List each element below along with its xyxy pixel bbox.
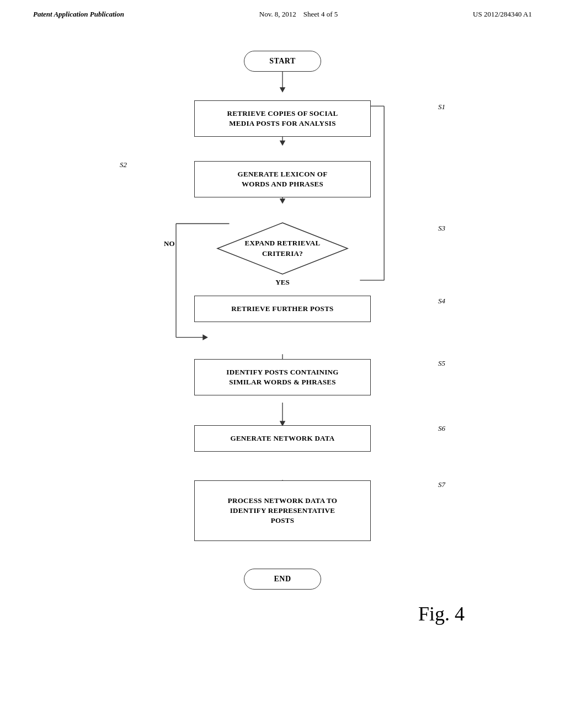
s2-step-label: S2 xyxy=(120,159,127,169)
s5-node: IDENTIFY POSTS CONTAININGSIMILAR WORDS &… xyxy=(194,359,371,395)
s2-node: GENERATE LEXICON OFWORDS AND PHRASES xyxy=(194,161,371,197)
s1-node: RETRIEVE COPIES OF SOCIALMEDIA POSTS FOR… xyxy=(194,100,371,137)
end-node: END xyxy=(244,569,321,590)
start-label: START xyxy=(244,51,321,72)
s3-step-label: S3 xyxy=(438,223,445,233)
s7-step-label: S7 xyxy=(438,479,445,489)
s6-step-label: S6 xyxy=(438,423,445,433)
s3-node: EXPAND RETRIEVALCRITERIA? xyxy=(216,222,349,275)
s6-text: GENERATE NETWORK DATA xyxy=(194,425,371,452)
s7-text: PROCESS NETWORK DATA TOIDENTIFY REPRESEN… xyxy=(194,480,371,541)
header-publication: Patent Application Publication xyxy=(33,10,124,19)
header-date-sheet: Nov. 8, 2012 Sheet 4 of 5 xyxy=(259,10,338,19)
no-label: NO xyxy=(164,239,175,248)
s6-node: GENERATE NETWORK DATA xyxy=(194,425,371,452)
main-content: START S1 RETRIEVE COPIES OF SOCIALMEDIA … xyxy=(0,24,565,647)
s4-node: RETRIEVE FURTHER POSTS xyxy=(194,296,371,322)
figure-label: Fig. 4 xyxy=(418,602,465,625)
start-node: START xyxy=(244,51,321,72)
header-patent-number: US 2012/284340 A1 xyxy=(473,10,532,19)
s1-step-label: S1 xyxy=(438,101,445,111)
s5-step-label: S5 xyxy=(438,358,445,368)
s3-text: EXPAND RETRIEVALCRITERIA? xyxy=(245,238,321,258)
s5-text: IDENTIFY POSTS CONTAININGSIMILAR WORDS &… xyxy=(194,359,371,395)
flowchart-wrapper: START S1 RETRIEVE COPIES OF SOCIALMEDIA … xyxy=(89,41,476,631)
page-header: Patent Application Publication Nov. 8, 2… xyxy=(0,0,565,24)
s2-text: GENERATE LEXICON OFWORDS AND PHRASES xyxy=(194,161,371,197)
s4-text: RETRIEVE FURTHER POSTS xyxy=(194,296,371,322)
s1-text: RETRIEVE COPIES OF SOCIALMEDIA POSTS FOR… xyxy=(194,100,371,137)
yes-label: YES xyxy=(275,278,289,287)
s7-node: PROCESS NETWORK DATA TOIDENTIFY REPRESEN… xyxy=(194,480,371,541)
s4-step-label: S4 xyxy=(438,296,445,306)
end-label: END xyxy=(244,569,321,590)
